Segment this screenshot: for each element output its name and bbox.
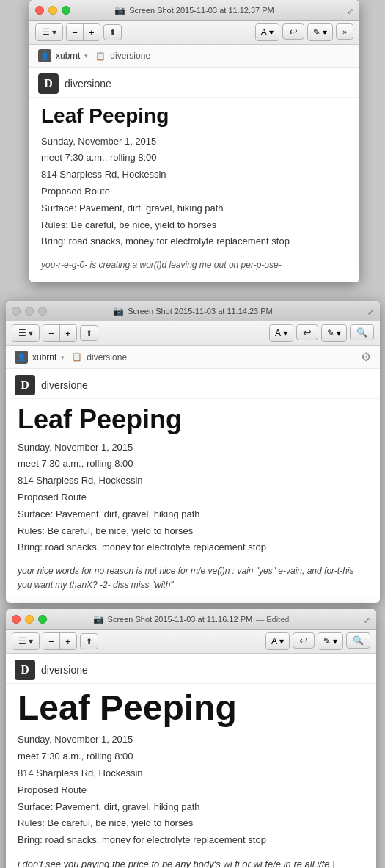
username-2: xubrnt [32,352,56,362]
minimize-button-3[interactable] [25,615,34,624]
toolbar-right-2: A ▾ ↩ ✎ ▾ 🔍 [269,324,374,342]
username-dropdown-2[interactable]: ▾ [61,354,65,361]
format-btn-2[interactable]: A ▾ [270,325,293,341]
format-group-2: A ▾ [269,324,293,342]
divider-2: 📋 [72,352,82,362]
edit-group-1: ✎ ▾ [307,23,333,41]
view-btn-group-1: ☰ ▾ [35,23,63,41]
zoom-out-btn-3[interactable]: − [43,633,60,649]
edit-btn-2[interactable]: ✎ ▾ [322,325,346,341]
revert-btn-3[interactable]: ↩ [293,632,315,649]
title-icon-1: 📷 [114,5,125,15]
maximize-button-2[interactable] [38,307,47,316]
window-3: 📷 Screen Shot 2015-11-03 at 11.16.12 PM … [6,609,376,868]
post-line-4-2: Surface: Pavement, dirt, gravel, hiking … [18,507,368,522]
edit-btn-1[interactable]: ✎ ▾ [308,24,332,40]
expand-btn-2[interactable]: ⤢ [367,304,374,318]
channel-link-1[interactable]: diversione [110,51,150,61]
post-line-1-1: meet 7:30 a.m., rolling 8:00 [41,150,348,166]
post-line-0-3: Sunday, November 1, 2015 [18,732,364,748]
toolbar-right-3: A ▾ ↩ ✎ ▾ 🔍 [265,632,370,650]
post-title-3: Leaf Peeping [18,690,364,726]
toolbar-1: ☰ ▾ − + ⬆ A ▾ ↩ ✎ ▾ » [29,21,359,45]
close-button-2[interactable] [12,307,21,316]
window-title-1: 📷 Screen Shot 2015-11-03 at 11.12.37 PM [114,5,274,15]
maximize-button-3[interactable] [38,615,47,624]
zoom-out-btn-2[interactable]: − [43,325,60,341]
app-name-3: diversione [41,664,88,676]
window-1: 📷 Screen Shot 2015-11-03 at 11.12.37 PM … [29,0,359,282]
post-line-3-2: Proposed Route [18,490,368,506]
sidebar-toggle-btn-3[interactable]: ☰ ▾ [12,633,39,649]
share-btn-1[interactable]: ⬆ [103,24,122,40]
post-line-3-1: Proposed Route [41,184,348,200]
app-header-3: D diversione [6,654,376,684]
zoom-in-btn-1[interactable]: + [84,24,100,40]
app-header-1: D diversione [29,68,359,98]
traffic-lights-2 [12,307,47,316]
revert-btn-2[interactable]: ↩ [296,324,318,340]
share-btn-3[interactable]: ⬆ [80,633,98,649]
zoom-in-btn-3[interactable]: + [60,633,76,649]
title-bar-3: 📷 Screen Shot 2015-11-03 at 11.16.12 PM … [6,609,376,630]
close-button-3[interactable] [12,615,21,624]
gear-icon-2[interactable]: ⚙ [361,350,371,364]
post-content-1: Leaf Peeping Sunday, November 1, 2015 me… [29,98,359,282]
username-1: xubrnt [56,51,80,61]
search-btn-2[interactable]: 🔍 [350,324,374,340]
title-icon-3: 📷 [93,614,104,624]
share-btn-2[interactable]: ⬆ [80,325,98,341]
expand-btn-3[interactable]: ⤢ [364,613,370,626]
post-footer-2: your nice words for no reason is not nic… [18,564,368,592]
format-btn-3[interactable]: A ▾ [266,633,289,649]
username-dropdown-1[interactable]: ▾ [84,52,88,59]
post-title-2: Leaf Peeping [18,405,368,434]
post-line-6-1: Bring: road snacks, money for electrolyt… [41,234,348,249]
traffic-lights-3 [12,615,47,624]
more-btn-1[interactable]: » [336,23,353,40]
sidebar-toggle-btn-2[interactable]: ☰ ▾ [12,325,39,341]
view-btn-group-3: ☰ ▾ [12,632,40,650]
toolbar-2: ☰ ▾ − + ⬆ A ▾ ↩ ✎ ▾ 🔍 [6,321,380,346]
channel-link-2[interactable]: diversione [87,352,127,362]
post-line-2-2: 814 Sharpless Rd, Hockessin [18,473,368,489]
search-btn-3[interactable]: 🔍 [346,632,370,649]
maximize-button-1[interactable] [62,6,70,15]
app-header-2: D diversione [6,369,380,399]
post-line-4-1: Surface: Pavement, dirt, gravel, hiking … [41,201,348,216]
window-2: 📷 Screen Shot 2015-11-03 at 11.14.23 PM … [6,301,380,603]
traffic-lights-1 [35,6,70,15]
expand-btn-1[interactable]: ⤢ [347,4,353,17]
post-line-1-2: meet 7:30 a.m., rolling 8:00 [18,456,368,472]
post-line-4-3: Surface: Pavement, dirt, gravel, hiking … [18,800,364,815]
zoom-group-1: − + [66,23,100,41]
post-footer-1: you-r-e-g-0- is creating a wor(l)d leavi… [41,258,348,272]
avatar-2: 👤 [15,351,28,364]
post-line-5-3: Rules: Be careful, be nice, yield to hor… [18,816,364,831]
zoom-out-btn-1[interactable]: − [67,24,84,40]
close-button-1[interactable] [35,6,44,15]
revert-btn-1[interactable]: ↩ [282,23,304,40]
minimize-button-2[interactable] [25,307,34,316]
post-body-3: Sunday, November 1, 2015 meet 7:30 a.m.,… [18,732,364,868]
toolbar-right-1: A ▾ ↩ ✎ ▾ » [255,23,353,41]
minimize-button-1[interactable] [48,6,57,15]
toolbar-3: ☰ ▾ − + ⬆ A ▾ ↩ ✎ ▾ 🔍 [6,630,376,654]
divider-1: 📋 [95,51,106,61]
app-logo-3: D [15,660,35,680]
post-body-2: Sunday, November 1, 2015 meet 7:30 a.m.,… [18,440,368,593]
format-group-3: A ▾ [265,632,290,650]
user-bar-1: 👤 xubrnt ▾ 📋 diversione [29,45,359,68]
format-btn-1[interactable]: A ▾ [256,24,279,40]
sidebar-toggle-btn-1[interactable]: ☰ ▾ [36,24,62,40]
zoom-group-3: − + [43,632,76,650]
zoom-in-btn-2[interactable]: + [60,325,76,341]
edit-btn-3[interactable]: ✎ ▾ [318,633,342,649]
title-icon-2: 📷 [113,306,124,316]
title-bar-1: 📷 Screen Shot 2015-11-03 at 11.12.37 PM … [29,0,359,21]
post-line-3-3: Proposed Route [18,783,364,798]
post-body-1: Sunday, November 1, 2015 meet 7:30 a.m.,… [41,134,348,273]
post-line-2-1: 814 Sharpless Rd, Hockessin [41,167,348,183]
app-name-2: diversione [41,379,88,391]
app-name-1: diversione [65,78,111,90]
